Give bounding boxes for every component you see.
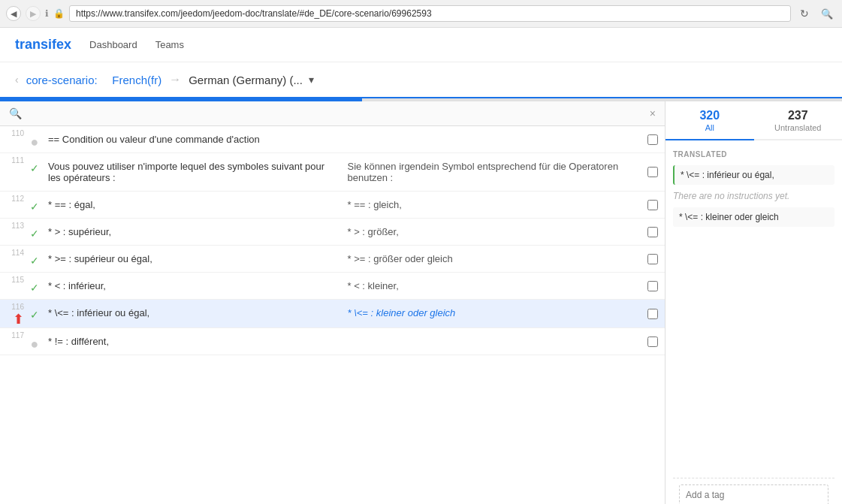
- row-number: 117: [11, 331, 24, 340]
- nav-teams[interactable]: Teams: [155, 39, 184, 50]
- source-text: * < : inférieur,: [42, 273, 342, 299]
- status-check-icon: ✓: [30, 201, 39, 213]
- row-checkbox[interactable]: [647, 200, 658, 210]
- source-text: Vous pouvez utiliser n'importe lequel de…: [42, 153, 342, 191]
- target-text: * \<= : kleiner oder gleich: [342, 300, 641, 327]
- table-row[interactable]: 112 ✓ * == : égal, * == : gleich,: [0, 192, 665, 219]
- row-checkbox[interactable]: [647, 227, 658, 237]
- search-clear-button[interactable]: ×: [650, 107, 656, 119]
- add-tag-input[interactable]: [679, 484, 828, 504]
- row-number: 115: [11, 276, 24, 284]
- target-text: [342, 126, 641, 152]
- search-bar: 🔍 ×: [0, 101, 665, 126]
- source-text: * == : égal,: [42, 192, 342, 218]
- breadcrumb: ‹ core-scenario: French(fr) → German (Ge…: [0, 62, 842, 98]
- language-dropdown-icon[interactable]: ▾: [309, 74, 314, 86]
- source-text: == Condition ou valeur d'une commande d'…: [42, 126, 342, 152]
- upload-arrow-icon: ⬆: [13, 311, 24, 327]
- search-input[interactable]: [28, 108, 650, 119]
- target-text: * >= : größer oder gleich: [342, 246, 641, 272]
- suggestion-1: * \<= : inférieur ou égal,: [673, 165, 834, 185]
- row-number: 116: [11, 303, 24, 311]
- app-header: transifex Dashboard Teams: [0, 28, 842, 62]
- tab-untranslated-label: Untranslated: [774, 123, 821, 132]
- source-text: * > : supérieur,: [42, 219, 342, 245]
- row-number: 114: [11, 249, 24, 257]
- tag-area: [673, 478, 834, 504]
- translation-list: 110 ● == Condition ou valeur d'une comma…: [0, 126, 665, 504]
- status-check-icon: ✓: [30, 309, 39, 321]
- logo: transifex: [15, 37, 71, 53]
- row-checkbox[interactable]: [647, 254, 658, 264]
- breadcrumb-back-icon[interactable]: ‹: [15, 74, 19, 86]
- tabs-header: 320 All 237 Untranslated: [665, 101, 842, 140]
- tab-all[interactable]: 320 All: [665, 101, 754, 140]
- info-icon: ℹ: [45, 8, 49, 19]
- row-checkbox[interactable]: [647, 134, 658, 145]
- row-checkbox[interactable]: [647, 309, 658, 319]
- translated-section-label: TRANSLATED: [673, 148, 834, 159]
- status-check-icon: ✓: [30, 282, 39, 294]
- table-row[interactable]: 111 ✓ Vous pouvez utiliser n'importe leq…: [0, 153, 665, 192]
- status-check-icon: ✓: [30, 228, 39, 240]
- left-panel: 🔍 × 110 ● == Condition ou valeur d'une c…: [0, 101, 665, 504]
- status-dot-icon: ●: [31, 135, 39, 149]
- url-bar[interactable]: [69, 5, 791, 22]
- table-row[interactable]: 113 ✓ * > : supérieur, * > : größer,: [0, 219, 665, 246]
- target-text: * > : größer,: [342, 219, 641, 245]
- refresh-button[interactable]: ↻: [795, 5, 813, 23]
- table-row[interactable]: 117 ● * != : différent,: [0, 328, 665, 355]
- row-checkbox[interactable]: [647, 337, 658, 347]
- row-number: 111: [11, 156, 24, 164]
- forward-button[interactable]: ▶: [26, 6, 41, 21]
- tab-all-label: All: [705, 123, 714, 132]
- table-row[interactable]: 115 ✓ * < : inférieur, * < : kleiner,: [0, 273, 665, 300]
- target-text: * == : gleich,: [342, 192, 641, 218]
- target-text: Sie können irgendein Symbol entsprechend…: [342, 153, 641, 191]
- breadcrumb-source-lang: [104, 74, 107, 86]
- source-text: * \<= : inférieur ou égal,: [42, 300, 342, 327]
- breadcrumb-arrow-icon: →: [169, 73, 181, 86]
- status-dot-icon: ●: [31, 337, 39, 351]
- main-content: 🔍 × 110 ● == Condition ou valeur d'une c…: [0, 101, 842, 504]
- tab-all-count: 320: [668, 109, 751, 122]
- search-icon: 🔍: [9, 107, 22, 119]
- nav-dashboard[interactable]: Dashboard: [89, 39, 137, 50]
- instruction-text: There are no instructions yet.: [673, 191, 834, 201]
- tab-untranslated-count: 237: [757, 109, 840, 122]
- lock-icon: 🔒: [53, 8, 65, 19]
- source-text: * != : différent,: [42, 328, 342, 355]
- browser-search-icon[interactable]: 🔍: [818, 5, 836, 23]
- tab-untranslated[interactable]: 237 Untranslated: [754, 101, 843, 139]
- back-button[interactable]: ◀: [6, 6, 21, 21]
- breadcrumb-source-language[interactable]: French(fr): [112, 74, 161, 86]
- target-text: * < : kleiner,: [342, 273, 641, 299]
- suggestion-2: * \<= : kleiner oder gleich: [673, 207, 834, 227]
- status-check-icon: ✓: [30, 162, 39, 174]
- table-row[interactable]: 114 ✓ * >= : supérieur ou égal, * >= : g…: [0, 246, 665, 273]
- row-number: 112: [11, 195, 24, 203]
- table-row[interactable]: 110 ● == Condition ou valeur d'une comma…: [0, 126, 665, 153]
- row-checkbox[interactable]: [647, 167, 658, 177]
- target-text: [342, 328, 641, 355]
- source-text: * >= : supérieur ou égal,: [42, 246, 342, 272]
- table-row[interactable]: 116 ⬆ ✓ * \<= : inférieur ou égal, * \<=…: [0, 300, 665, 328]
- right-panel-content: TRANSLATED * \<= : inférieur ou égal, Th…: [665, 140, 842, 504]
- status-check-icon: ✓: [30, 255, 39, 267]
- breadcrumb-project[interactable]: core-scenario:: [26, 74, 98, 86]
- right-panel: 320 All 237 Untranslated TRANSLATED * \<…: [665, 101, 842, 504]
- row-number: 113: [11, 222, 24, 230]
- row-number: 110: [11, 129, 24, 137]
- breadcrumb-target-language: German (Germany) (...: [189, 74, 303, 86]
- row-checkbox[interactable]: [647, 281, 658, 291]
- browser-chrome: ◀ ▶ ℹ 🔒 ↻ 🔍: [0, 0, 842, 28]
